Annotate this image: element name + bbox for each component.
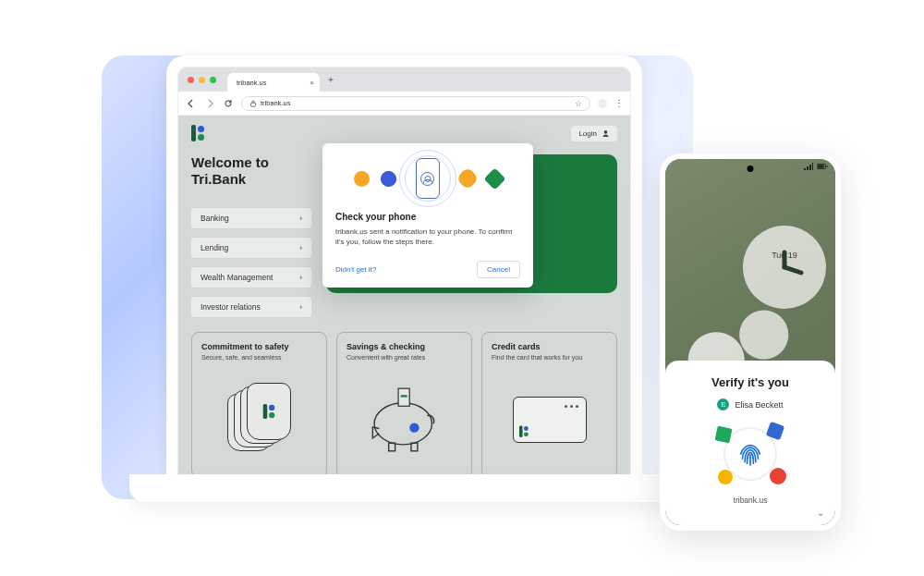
site-nav: Welcome toTri.Bank Banking › Lending › W… [191,154,311,317]
site-header: Login [191,125,617,141]
nav-item-label: Lending [201,243,228,252]
bookmark-star-icon[interactable]: ☆ [575,99,582,108]
page-title: Welcome toTri.Bank [191,154,311,188]
chevron-right-icon: › [299,214,302,223]
phone-status-bar [804,163,828,170]
signal-icon [804,163,813,170]
lock-icon [249,100,257,107]
phone-pulse-icon [407,158,448,199]
cancel-button[interactable]: Cancel [477,261,520,278]
dialog-title: Check your phone [335,212,520,222]
svg-rect-10 [826,165,827,167]
check-phone-dialog: Check your phone tribank.us sent a notif… [322,143,533,288]
clock-hands-icon [757,239,812,295]
url-field[interactable]: tribank.us ☆ [241,96,590,111]
login-label: Login [578,129,597,138]
phone-frame: Tue 19 Verify it's you E Elisa Beckett [660,153,841,531]
tab-close-icon[interactable]: × [310,79,314,87]
nav-item-wealth[interactable]: Wealth Management › [191,267,311,288]
card-title: Savings & checking [346,342,462,351]
tribank-logo[interactable] [191,125,204,141]
card-credit[interactable]: Credit cards Find the card that works fo… [481,332,617,475]
browser-tab[interactable]: tribank.us × [227,73,320,92]
phone-camera-icon [748,165,754,172]
nav-item-label: Investor relations [201,302,261,312]
piggybank-icon [346,368,462,472]
card-safety[interactable]: Commitment to safety Secure, safe, and s… [191,332,327,475]
didnt-get-it-link[interactable]: Didn't get it? [335,265,376,274]
info-cards-row: Commitment to safety Secure, safe, and s… [191,332,617,475]
window-maximize-icon[interactable] [210,77,216,83]
site-viewport: Login Welcome toTri.Bank Banking › Lendi… [178,116,630,475]
nav-back-icon[interactable] [186,98,197,109]
credit-card-icon [492,368,607,472]
card-title: Credit cards [492,342,607,351]
nav-item-banking[interactable]: Banking › [191,208,311,228]
new-tab-button[interactable]: ＋ [323,72,338,87]
circle-shape-icon [354,171,370,187]
nav-forward-icon[interactable] [204,98,215,109]
tab-title: tribank.us [237,79,267,87]
browser-address-bar: tribank.us ☆ ⋮ [178,92,630,116]
sheet-expand-icon[interactable]: ⌄ [817,508,824,518]
card-subtitle: Find the card that works for you [492,354,607,361]
phone-outline-icon [416,158,440,199]
battery-icon [817,163,828,170]
user-name: Elisa Beckett [735,400,783,410]
svg-rect-9 [818,165,824,167]
url-text: tribank.us [261,99,291,107]
chevron-right-icon: › [299,273,302,282]
dialog-body: tribank.us sent a notification to your p… [335,227,520,248]
nav-item-lending[interactable]: Lending › [191,238,311,258]
account-row[interactable]: E Elisa Beckett [717,398,783,411]
card-subtitle: Secure, safe, and seamless [201,354,317,361]
nav-item-label: Banking [201,214,229,223]
verify-bottom-sheet: Verify it's you E Elisa Beckett [665,361,835,525]
browser-menu-icon[interactable]: ⋮ [614,98,623,108]
user-outline-icon [420,172,434,186]
browser-window: tribank.us × ＋ tribank.us ☆ ⋮ [177,67,631,476]
phone-screen: Tue 19 Verify it's you E Elisa Beckett [665,159,835,525]
window-minimize-icon[interactable] [199,77,205,83]
card-title: Commitment to safety [201,342,317,351]
laptop-body: tribank.us × ＋ tribank.us ☆ ⋮ [166,55,642,476]
diamond-shape-icon [483,167,505,190]
red-circle-icon [770,468,786,484]
chevron-right-icon: › [299,302,302,312]
verify-title: Verify it's you [711,375,789,389]
shield-stack-icon [201,368,317,472]
clover-shape-icon [456,166,479,190]
nav-reload-icon[interactable] [223,98,234,109]
browser-tab-bar: tribank.us × ＋ [178,67,630,92]
window-close-icon[interactable] [188,77,194,83]
clock-widget[interactable]: Tue 19 [743,226,826,309]
dialog-illustration [335,153,520,212]
nav-item-label: Wealth Management [201,273,273,282]
verify-site-label: tribank.us [734,496,768,505]
card-savings[interactable]: Savings & checking Convenient with great… [336,332,472,475]
card-subtitle: Convenient with great rates [346,354,462,361]
user-icon [602,129,610,138]
nav-item-investor[interactable]: Investor relations › [191,297,311,317]
yellow-circle-icon [718,470,733,484]
flower-shape-icon [381,171,396,187]
fingerprint-button[interactable] [718,422,783,486]
green-square-icon [715,426,733,444]
fingerprint-icon [735,438,766,470]
svg-point-5 [409,423,419,432]
login-button[interactable]: Login [571,126,617,141]
window-controls [188,77,216,83]
laptop-base [129,474,679,502]
extension-icon[interactable] [598,99,607,108]
svg-point-2 [374,403,432,445]
chevron-right-icon: › [299,243,302,252]
svg-rect-7 [400,395,407,398]
svg-rect-0 [251,103,256,106]
svg-rect-6 [398,388,409,406]
avatar: E [717,398,729,411]
svg-point-1 [604,130,608,134]
